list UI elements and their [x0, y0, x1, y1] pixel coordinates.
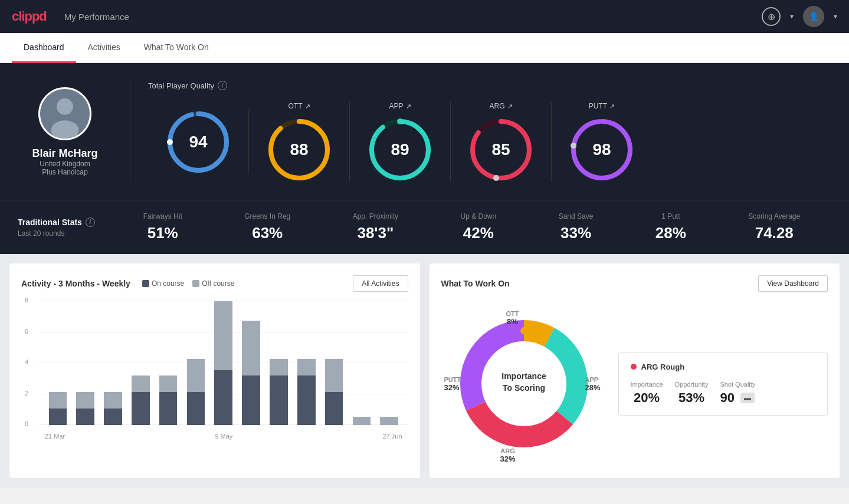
bar-group-2 — [73, 301, 99, 425]
putt-value: 98 — [592, 140, 611, 159]
ott-value: 88 — [290, 140, 308, 159]
arg-opportunity-label: Opportunity — [675, 381, 709, 388]
svg-point-24 — [523, 432, 530, 439]
bar-group-7 — [211, 301, 237, 425]
svg-point-1 — [57, 98, 73, 114]
add-button[interactable]: ⊕ — [762, 7, 781, 26]
wtwo-panel-title: What To Work On — [441, 279, 510, 288]
ott-circle: 88 — [267, 117, 332, 182]
ott-label: OTT ↗ — [289, 102, 310, 110]
bar-group-13 — [376, 301, 402, 425]
stat-oneputt-label: 1 Putt — [655, 212, 686, 220]
tpq-circle: 94 — [166, 110, 231, 174]
x-label-2: 9 May — [215, 433, 232, 440]
svg-point-23 — [568, 385, 575, 392]
arg-importance-label: Importance — [631, 381, 663, 388]
arg-opportunity-value: 53% — [675, 390, 709, 406]
stat-fairways: Fairways Hit 51% — [143, 212, 182, 242]
stat-greens-label: Greens In Reg — [244, 212, 290, 220]
trad-stats-sublabel: Last 20 rounds — [18, 229, 112, 238]
stat-scoring: Scoring Average 74.28 — [748, 212, 800, 242]
wtwo-panel-header: What To Work On View Dashboard — [441, 275, 828, 292]
svg-point-2 — [51, 120, 79, 140]
stats-row: Traditional Stats i Last 20 rounds Fairw… — [0, 200, 849, 254]
tpq-value: 94 — [189, 133, 207, 151]
stat-proximity-label: App. Proximity — [353, 212, 398, 220]
metric-app: APP ↗ 89 — [350, 102, 451, 182]
trad-stats-help-icon[interactable]: i — [86, 218, 95, 227]
stat-fairways-value: 51% — [143, 224, 182, 242]
what-to-work-on-panel: What To Work On View Dashboard — [430, 263, 840, 478]
stats-items: Fairways Hit 51% Greens In Reg 63% App. … — [112, 212, 831, 242]
activity-legend: On course Off course — [142, 279, 235, 288]
metric-ott: OTT ↗ 88 — [249, 102, 350, 182]
stat-proximity-value: 38'3" — [353, 224, 398, 242]
tab-what-to-work-on[interactable]: What To Work On — [132, 33, 221, 63]
x-label-3: 27 Jun — [382, 433, 402, 440]
stat-sandsave-value: 33% — [559, 224, 594, 242]
arg-badge: ▬ — [740, 393, 755, 403]
trad-stats-label: Traditional Stats i Last 20 rounds — [18, 218, 112, 238]
all-activities-button[interactable]: All Activities — [353, 275, 408, 292]
tpq-label: Total Player Quality i — [148, 81, 831, 90]
player-info: Blair McHarg United Kingdom Plus Handica… — [18, 87, 112, 176]
wtwo-content: Importance To Scoring OTT 8% APP 28% ARG — [441, 301, 828, 466]
donut-svg: Importance To Scoring — [441, 301, 607, 466]
stat-updown: Up & Down 42% — [461, 212, 497, 242]
metric-putt: PUTT ↗ 98 — [552, 102, 652, 182]
svg-point-5 — [167, 139, 173, 145]
player-name: Blair McHarg — [32, 147, 97, 160]
stat-scoring-value: 74.28 — [748, 224, 800, 242]
arg-importance-value: 20% — [631, 390, 663, 406]
player-country: United Kingdom — [40, 160, 90, 168]
tab-dashboard[interactable]: Dashboard — [12, 33, 76, 63]
player-avatar — [38, 87, 91, 140]
arg-label: ARG ↗ — [489, 102, 512, 110]
stat-sandsave-label: Sand Save — [559, 212, 594, 220]
stat-scoring-label: Scoring Average — [748, 212, 800, 220]
bar-group-1 — [45, 301, 71, 425]
legend-off-course: Off course — [192, 279, 234, 288]
hero-section: Blair McHarg United Kingdom Plus Handica… — [0, 63, 849, 200]
stat-greens: Greens In Reg 63% — [244, 212, 290, 242]
arg-opportunity: Opportunity 53% — [675, 381, 709, 406]
svg-text:Importance: Importance — [501, 371, 546, 381]
putt-label: PUTT ↗ — [589, 102, 615, 110]
putt-donut-label: PUTT 32% — [444, 376, 461, 392]
stat-proximity: App. Proximity 38'3" — [353, 212, 398, 242]
bar-group-11 — [321, 301, 347, 425]
app-label: APP ↗ — [389, 102, 411, 110]
avatar-dropdown[interactable]: ▾ — [834, 12, 837, 21]
avatar[interactable]: 👤 — [803, 6, 824, 27]
app-donut-label: APP 28% — [585, 376, 600, 392]
legend-on-course: On course — [142, 279, 184, 288]
stat-oneputt: 1 Putt 28% — [655, 212, 686, 242]
bar-group-9 — [266, 301, 292, 425]
svg-text:To Scoring: To Scoring — [502, 383, 545, 393]
tab-activities[interactable]: Activities — [76, 33, 132, 63]
view-dashboard-button[interactable]: View Dashboard — [758, 275, 828, 292]
arg-shot-quality-label: Shot Quality — [720, 381, 755, 388]
bottom-panels: Activity - 3 Months - Weekly On course O… — [0, 254, 849, 487]
svg-point-16 — [571, 143, 576, 149]
bars — [45, 301, 402, 425]
arg-card-title: ARG Rough — [631, 363, 816, 371]
bar-group-6 — [183, 301, 209, 425]
bar-group-12 — [349, 301, 375, 425]
activity-panel: Activity - 3 Months - Weekly On course O… — [9, 263, 420, 478]
add-dropdown[interactable]: ▾ — [790, 12, 794, 21]
stat-greens-value: 63% — [244, 224, 290, 242]
activity-panel-title: Activity - 3 Months - Weekly — [21, 279, 130, 288]
tpq-help-icon[interactable]: i — [218, 81, 227, 90]
stat-updown-value: 42% — [461, 224, 497, 242]
donut-chart: Importance To Scoring OTT 8% APP 28% ARG — [441, 301, 607, 466]
metric-tpq: 94 — [148, 110, 249, 174]
arg-importance: Importance 20% — [631, 381, 663, 406]
header-actions: ⊕ ▾ 👤 ▾ — [762, 6, 837, 27]
app-value: 89 — [391, 140, 409, 159]
bar-group-3 — [100, 301, 126, 425]
activity-panel-header: Activity - 3 Months - Weekly On course O… — [21, 275, 408, 292]
ott-donut-label: OTT 8% — [506, 310, 519, 326]
putt-circle: 98 — [569, 117, 634, 182]
arg-value: 85 — [491, 140, 510, 159]
